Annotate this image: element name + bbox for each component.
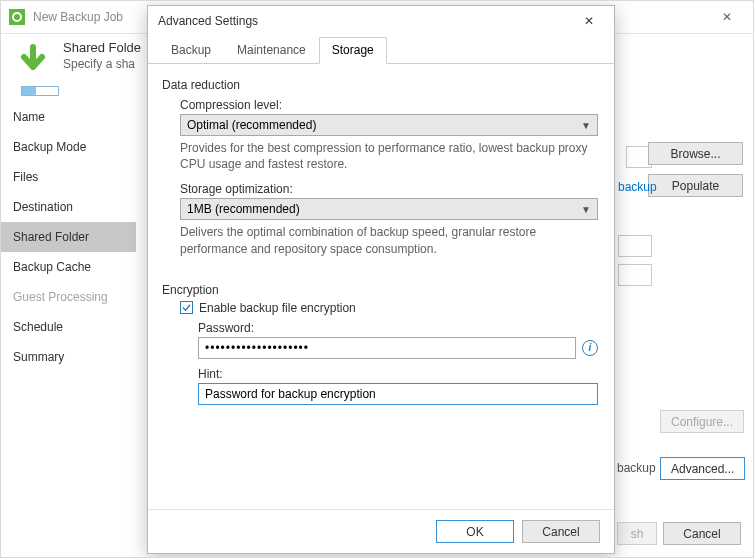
field-2[interactable] <box>618 264 652 286</box>
advanced-settings-dialog: Advanced Settings ✕ Backup Maintenance S… <box>147 5 615 554</box>
wizard-nav: Name Backup Mode Files Destination Share… <box>1 96 136 378</box>
hint-label: Hint: <box>198 367 598 381</box>
storage-opt-select[interactable]: 1MB (recommended) ▼ <box>180 198 598 220</box>
nav-backup-mode[interactable]: Backup Mode <box>1 132 136 162</box>
tab-panel-storage: Data reduction Compression level: Optima… <box>148 64 614 509</box>
populate-button[interactable]: Populate <box>648 174 743 197</box>
hint-input[interactable] <box>198 383 598 405</box>
app-icon <box>9 9 25 25</box>
enable-encryption-label: Enable backup file encryption <box>199 301 356 315</box>
field-1[interactable] <box>618 235 652 257</box>
tab-storage[interactable]: Storage <box>319 37 387 64</box>
checkbox-icon <box>180 301 193 314</box>
cancel-button[interactable]: Cancel <box>522 520 600 543</box>
legend-encryption: Encryption <box>162 283 219 297</box>
header-line1: Shared Folde <box>63 40 141 55</box>
nav-files[interactable]: Files <box>1 162 136 192</box>
app-window: New Backup Job ✕ Shared Folde Specify a … <box>0 0 754 558</box>
tab-maintenance[interactable]: Maintenance <box>224 37 319 64</box>
wizard-footer: sh Cancel <box>617 522 741 545</box>
nav-destination[interactable]: Destination <box>1 192 136 222</box>
configure-button: Configure... <box>660 410 744 433</box>
cancel-button-wizard[interactable]: Cancel <box>663 522 741 545</box>
password-label: Password: <box>198 321 598 335</box>
group-data-reduction: Data reduction Compression level: Optima… <box>162 78 598 267</box>
storage-opt-label: Storage optimization: <box>180 182 598 196</box>
header-line2: Specify a sha <box>63 57 141 71</box>
backup-link[interactable]: backup <box>618 180 657 194</box>
dialog-titlebar: Advanced Settings ✕ <box>148 6 614 36</box>
backup-label: backup <box>617 461 656 475</box>
nav-summary[interactable]: Summary <box>1 342 136 372</box>
compression-select[interactable]: Optimal (recommended) ▼ <box>180 114 598 136</box>
nav-name[interactable]: Name <box>1 102 136 132</box>
storage-opt-help: Delivers the optimal combination of back… <box>180 224 598 256</box>
compression-label: Compression level: <box>180 98 598 112</box>
legend-data-reduction: Data reduction <box>162 78 240 92</box>
tab-backup[interactable]: Backup <box>158 37 224 64</box>
dialog-title: Advanced Settings <box>158 14 574 28</box>
chevron-down-icon: ▼ <box>581 120 591 131</box>
nav-guest-processing[interactable]: Guest Processing <box>1 282 136 312</box>
dialog-footer: OK Cancel <box>148 509 614 553</box>
chevron-down-icon: ▼ <box>581 204 591 215</box>
enable-encryption-checkbox[interactable]: Enable backup file encryption <box>180 301 598 315</box>
browse-button[interactable]: Browse... <box>648 142 743 165</box>
nav-shared-folder[interactable]: Shared Folder <box>1 222 136 252</box>
storage-opt-value: 1MB (recommended) <box>187 202 300 216</box>
finish-button: sh <box>617 522 657 545</box>
dialog-tabs: Backup Maintenance Storage <box>148 36 614 64</box>
password-input[interactable] <box>198 337 576 359</box>
nav-backup-cache[interactable]: Backup Cache <box>1 252 136 282</box>
close-icon[interactable]: ✕ <box>709 10 745 24</box>
advanced-button[interactable]: Advanced... <box>660 457 745 480</box>
compression-value: Optimal (recommended) <box>187 118 316 132</box>
group-encryption: Encryption Enable backup file encryption… <box>162 283 598 405</box>
download-arrow-icon <box>13 40 53 80</box>
info-icon[interactable]: i <box>582 340 598 356</box>
ok-button[interactable]: OK <box>436 520 514 543</box>
progress-icon <box>21 86 59 96</box>
compression-help: Provides for the best compression to per… <box>180 140 598 172</box>
nav-schedule[interactable]: Schedule <box>1 312 136 342</box>
dialog-close-icon[interactable]: ✕ <box>574 14 604 28</box>
